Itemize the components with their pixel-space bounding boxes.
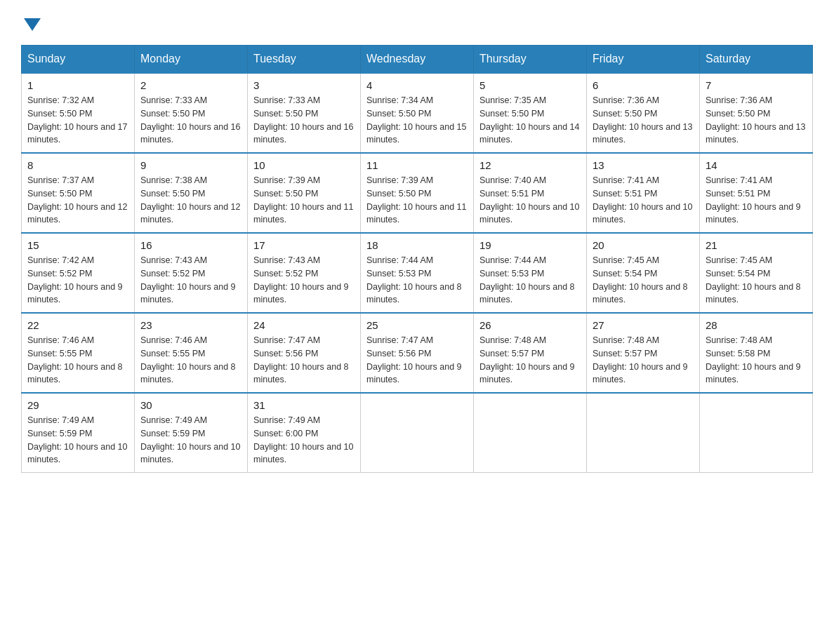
day-cell-30: 30Sunrise: 7:49 AMSunset: 5:59 PMDayligh… <box>135 393 248 473</box>
day-cell-25: 25Sunrise: 7:47 AMSunset: 5:56 PMDayligh… <box>361 313 474 393</box>
day-number: 19 <box>479 239 581 251</box>
day-cell-8: 8Sunrise: 7:37 AMSunset: 5:50 PMDaylight… <box>22 153 135 233</box>
day-number: 29 <box>27 399 128 411</box>
day-cell-26: 26Sunrise: 7:48 AMSunset: 5:57 PMDayligh… <box>474 313 587 393</box>
day-number: 8 <box>27 159 128 171</box>
day-info: Sunrise: 7:49 AMSunset: 5:59 PMDaylight:… <box>27 414 128 467</box>
day-cell-27: 27Sunrise: 7:48 AMSunset: 5:57 PMDayligh… <box>587 313 700 393</box>
day-cell-12: 12Sunrise: 7:40 AMSunset: 5:51 PMDayligh… <box>474 153 587 233</box>
day-number: 27 <box>593 319 694 331</box>
day-cell-1: 1Sunrise: 7:32 AMSunset: 5:50 PMDaylight… <box>22 73 135 153</box>
day-info: Sunrise: 7:33 AMSunset: 5:50 PMDaylight:… <box>140 94 241 147</box>
day-info: Sunrise: 7:43 AMSunset: 5:52 PMDaylight:… <box>253 254 355 307</box>
day-info: Sunrise: 7:49 AMSunset: 6:00 PMDaylight:… <box>253 414 355 467</box>
day-cell-29: 29Sunrise: 7:49 AMSunset: 5:59 PMDayligh… <box>22 393 135 473</box>
day-cell-17: 17Sunrise: 7:43 AMSunset: 5:52 PMDayligh… <box>248 233 361 313</box>
day-info: Sunrise: 7:44 AMSunset: 5:53 PMDaylight:… <box>479 254 581 307</box>
day-info: Sunrise: 7:37 AMSunset: 5:50 PMDaylight:… <box>27 174 128 227</box>
day-cell-13: 13Sunrise: 7:41 AMSunset: 5:51 PMDayligh… <box>587 153 700 233</box>
day-number: 6 <box>593 79 694 91</box>
week-row-4: 22Sunrise: 7:46 AMSunset: 5:55 PMDayligh… <box>22 313 813 393</box>
empty-cell <box>361 393 474 473</box>
week-row-1: 1Sunrise: 7:32 AMSunset: 5:50 PMDaylight… <box>22 73 813 153</box>
day-number: 30 <box>140 399 241 411</box>
day-cell-11: 11Sunrise: 7:39 AMSunset: 5:50 PMDayligh… <box>361 153 474 233</box>
day-info: Sunrise: 7:45 AMSunset: 5:54 PMDaylight:… <box>593 254 694 307</box>
day-info: Sunrise: 7:41 AMSunset: 5:51 PMDaylight:… <box>706 174 807 227</box>
day-number: 7 <box>706 79 807 91</box>
day-cell-18: 18Sunrise: 7:44 AMSunset: 5:53 PMDayligh… <box>361 233 474 313</box>
empty-cell <box>474 393 587 473</box>
day-cell-19: 19Sunrise: 7:44 AMSunset: 5:53 PMDayligh… <box>474 233 587 313</box>
day-header-sunday: Sunday <box>22 46 135 74</box>
day-number: 9 <box>140 159 241 171</box>
day-cell-16: 16Sunrise: 7:43 AMSunset: 5:52 PMDayligh… <box>135 233 248 313</box>
logo-arrow-icon <box>24 18 41 31</box>
day-cell-5: 5Sunrise: 7:35 AMSunset: 5:50 PMDaylight… <box>474 73 587 153</box>
day-info: Sunrise: 7:45 AMSunset: 5:54 PMDaylight:… <box>706 254 807 307</box>
day-header-thursday: Thursday <box>474 46 587 74</box>
day-number: 5 <box>479 79 581 91</box>
day-number: 17 <box>253 239 355 251</box>
day-info: Sunrise: 7:43 AMSunset: 5:52 PMDaylight:… <box>140 254 241 307</box>
day-info: Sunrise: 7:41 AMSunset: 5:51 PMDaylight:… <box>593 174 694 227</box>
day-cell-4: 4Sunrise: 7:34 AMSunset: 5:50 PMDaylight… <box>361 73 474 153</box>
day-number: 23 <box>140 319 241 331</box>
day-cell-15: 15Sunrise: 7:42 AMSunset: 5:52 PMDayligh… <box>22 233 135 313</box>
day-info: Sunrise: 7:32 AMSunset: 5:50 PMDaylight:… <box>27 94 128 147</box>
week-row-3: 15Sunrise: 7:42 AMSunset: 5:52 PMDayligh… <box>22 233 813 313</box>
day-cell-6: 6Sunrise: 7:36 AMSunset: 5:50 PMDaylight… <box>587 73 700 153</box>
day-cell-31: 31Sunrise: 7:49 AMSunset: 6:00 PMDayligh… <box>248 393 361 473</box>
day-cell-2: 2Sunrise: 7:33 AMSunset: 5:50 PMDaylight… <box>135 73 248 153</box>
day-number: 14 <box>706 159 807 171</box>
day-number: 25 <box>366 319 468 331</box>
week-row-2: 8Sunrise: 7:37 AMSunset: 5:50 PMDaylight… <box>22 153 813 233</box>
day-info: Sunrise: 7:39 AMSunset: 5:50 PMDaylight:… <box>253 174 355 227</box>
logo <box>21 14 41 31</box>
day-info: Sunrise: 7:44 AMSunset: 5:53 PMDaylight:… <box>366 254 468 307</box>
day-number: 4 <box>366 79 468 91</box>
day-info: Sunrise: 7:49 AMSunset: 5:59 PMDaylight:… <box>140 414 241 467</box>
day-header-saturday: Saturday <box>700 46 813 74</box>
day-cell-10: 10Sunrise: 7:39 AMSunset: 5:50 PMDayligh… <box>248 153 361 233</box>
day-number: 18 <box>366 239 468 251</box>
day-number: 15 <box>27 239 128 251</box>
day-info: Sunrise: 7:40 AMSunset: 5:51 PMDaylight:… <box>479 174 581 227</box>
day-number: 11 <box>366 159 468 171</box>
day-info: Sunrise: 7:34 AMSunset: 5:50 PMDaylight:… <box>366 94 468 147</box>
day-number: 31 <box>253 399 355 411</box>
day-cell-23: 23Sunrise: 7:46 AMSunset: 5:55 PMDayligh… <box>135 313 248 393</box>
day-info: Sunrise: 7:42 AMSunset: 5:52 PMDaylight:… <box>27 254 128 307</box>
day-info: Sunrise: 7:48 AMSunset: 5:57 PMDaylight:… <box>479 334 581 387</box>
day-info: Sunrise: 7:39 AMSunset: 5:50 PMDaylight:… <box>366 174 468 227</box>
header-row: SundayMondayTuesdayWednesdayThursdayFrid… <box>22 46 813 74</box>
day-cell-14: 14Sunrise: 7:41 AMSunset: 5:51 PMDayligh… <box>700 153 813 233</box>
day-info: Sunrise: 7:36 AMSunset: 5:50 PMDaylight:… <box>593 94 694 147</box>
day-cell-7: 7Sunrise: 7:36 AMSunset: 5:50 PMDaylight… <box>700 73 813 153</box>
day-info: Sunrise: 7:47 AMSunset: 5:56 PMDaylight:… <box>253 334 355 387</box>
day-info: Sunrise: 7:48 AMSunset: 5:57 PMDaylight:… <box>593 334 694 387</box>
day-cell-20: 20Sunrise: 7:45 AMSunset: 5:54 PMDayligh… <box>587 233 700 313</box>
page-header <box>21 14 813 31</box>
day-info: Sunrise: 7:38 AMSunset: 5:50 PMDaylight:… <box>140 174 241 227</box>
day-info: Sunrise: 7:36 AMSunset: 5:50 PMDaylight:… <box>706 94 807 147</box>
day-number: 10 <box>253 159 355 171</box>
day-info: Sunrise: 7:33 AMSunset: 5:50 PMDaylight:… <box>253 94 355 147</box>
day-cell-24: 24Sunrise: 7:47 AMSunset: 5:56 PMDayligh… <box>248 313 361 393</box>
calendar-table: SundayMondayTuesdayWednesdayThursdayFrid… <box>21 45 813 473</box>
day-number: 1 <box>27 79 128 91</box>
day-number: 12 <box>479 159 581 171</box>
day-cell-9: 9Sunrise: 7:38 AMSunset: 5:50 PMDaylight… <box>135 153 248 233</box>
day-number: 20 <box>593 239 694 251</box>
day-header-friday: Friday <box>587 46 700 74</box>
week-row-5: 29Sunrise: 7:49 AMSunset: 5:59 PMDayligh… <box>22 393 813 473</box>
day-number: 22 <box>27 319 128 331</box>
day-info: Sunrise: 7:48 AMSunset: 5:58 PMDaylight:… <box>706 334 807 387</box>
day-info: Sunrise: 7:46 AMSunset: 5:55 PMDaylight:… <box>140 334 241 387</box>
day-number: 26 <box>479 319 581 331</box>
day-info: Sunrise: 7:47 AMSunset: 5:56 PMDaylight:… <box>366 334 468 387</box>
empty-cell <box>587 393 700 473</box>
day-number: 16 <box>140 239 241 251</box>
empty-cell <box>700 393 813 473</box>
day-cell-21: 21Sunrise: 7:45 AMSunset: 5:54 PMDayligh… <box>700 233 813 313</box>
